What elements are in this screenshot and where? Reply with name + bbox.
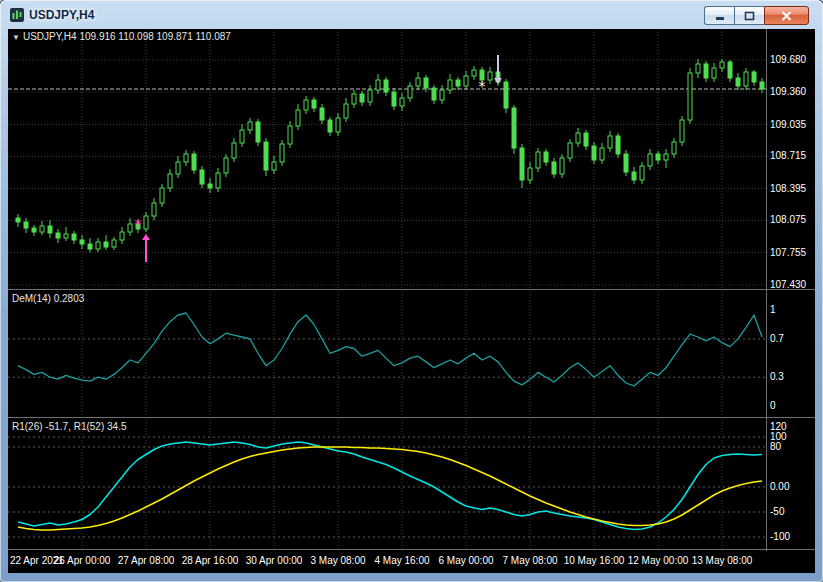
dem-line: [18, 313, 762, 386]
close-icon: [781, 11, 792, 21]
time-axis[interactable]: 22 Apr 202126 Apr 00:0027 Apr 08:0028 Ap…: [8, 550, 815, 573]
time-tick: 3 May 08:00: [310, 555, 365, 566]
panel-separator-2[interactable]: [8, 417, 815, 418]
time-tick: 6 May 00:00: [438, 555, 493, 566]
time-tick: 10 May 16:00: [564, 555, 625, 566]
chart-symbol-label: USDJPY,H4: [23, 31, 77, 42]
candles: [16, 59, 764, 253]
chart-plot[interactable]: **: [8, 29, 766, 551]
time-tick: 30 Apr 00:00: [246, 555, 303, 566]
time-tick: 13 May 08:00: [692, 555, 753, 566]
window-controls: [704, 6, 809, 25]
time-tick: 12 May 00:00: [628, 555, 689, 566]
minimize-icon: [715, 11, 725, 21]
chart-client: ** 109.680109.360109.035108.715108.39510…: [8, 29, 815, 573]
price-tick: 107.755: [770, 247, 806, 258]
dem-indicator-label: DeM(14) 0.2803: [12, 293, 84, 304]
price-tick: 109.680: [770, 54, 806, 65]
time-tick: 28 Apr 16:00: [182, 555, 239, 566]
price-tick: 109.035: [770, 119, 806, 130]
price-tick: 108.075: [770, 214, 806, 225]
price-tick: 108.715: [770, 150, 806, 161]
maximize-button[interactable]: [734, 6, 764, 25]
close-button[interactable]: [764, 6, 809, 25]
minimize-button[interactable]: [704, 6, 734, 25]
dem-tick: 1: [770, 304, 776, 315]
panel-separator-1[interactable]: [8, 289, 815, 290]
maximize-icon: [744, 11, 755, 21]
wpr-tick: 0.00: [770, 481, 789, 492]
chart-header: ▼USDJPY,H4 109.916 110.098 109.871 110.0…: [12, 31, 231, 42]
time-tick: 26 Apr 00:00: [54, 555, 111, 566]
dem-tick: 0.7: [770, 333, 784, 344]
window-title: USDJPY,H4: [29, 8, 94, 22]
price-tick: 108.395: [770, 183, 806, 194]
triangle-down-icon: ▼: [12, 33, 20, 42]
wpr-tick: 80: [770, 441, 781, 452]
star-marker: *: [135, 216, 142, 232]
time-tick: 7 May 08:00: [502, 555, 557, 566]
dem-tick: 0.3: [770, 371, 784, 382]
signal-markers: **: [135, 55, 503, 262]
time-tick: 4 May 16:00: [374, 555, 429, 566]
price-tick: 109.360: [770, 86, 806, 97]
wpr-lines: [18, 442, 762, 530]
price-tick: 107.430: [770, 279, 806, 290]
price-axis[interactable]: 109.680109.360109.035108.715108.395108.0…: [767, 29, 815, 551]
wpr-tick: -100: [770, 531, 790, 542]
wpr-tick: -50: [770, 506, 784, 517]
dem-tick: 0: [770, 400, 776, 411]
mt4-chart-window: USDJPY,H4 ** 109.680109.360109.035108.71…: [0, 0, 823, 582]
chart-quote-label: 109.916 110.098 109.871 110.087: [79, 31, 230, 42]
star-marker: *: [479, 78, 486, 94]
window-titlebar[interactable]: USDJPY,H4: [0, 0, 823, 29]
time-tick: 27 Apr 08:00: [118, 555, 175, 566]
wpr-indicator-label: R1(26) -51.7, R1(52) 34.5: [12, 421, 127, 432]
chart-window-icon: [10, 8, 24, 22]
